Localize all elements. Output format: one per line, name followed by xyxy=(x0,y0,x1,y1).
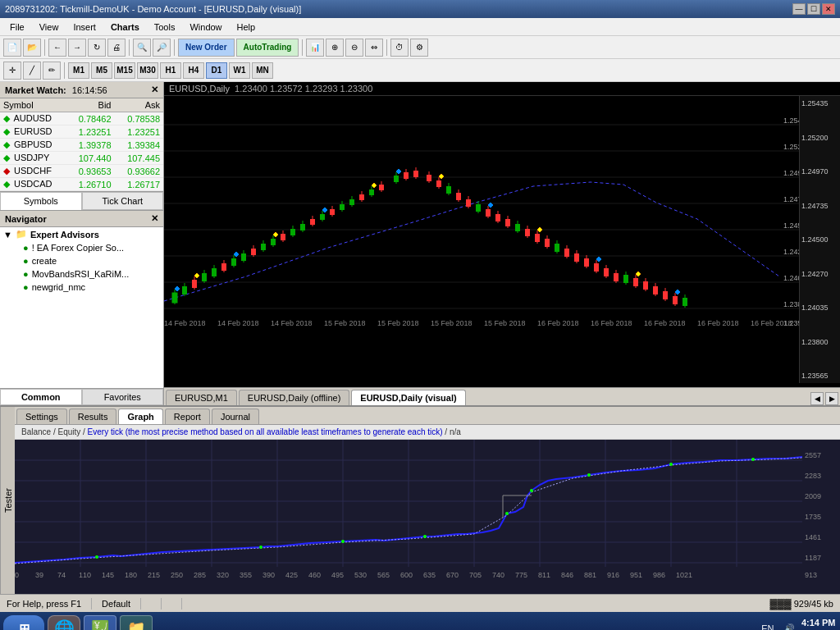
chart-prev-btn[interactable]: ◀ xyxy=(810,392,824,405)
market-watch-close[interactable]: ✕ xyxy=(151,84,158,95)
market-watch-row[interactable]: ◆ USDCHF 0.93653 0.93662 xyxy=(0,165,163,178)
new-order-label: New Order xyxy=(185,43,227,52)
svg-text:16 Feb 2018: 16 Feb 2018 xyxy=(644,319,686,327)
tester-outer: Tester Settings Results Graph Report Jou… xyxy=(0,405,840,594)
nav-item-label-2: create xyxy=(32,256,57,266)
chart-tab-daily-visual[interactable]: EURUSD,Daily (visual) xyxy=(351,390,465,405)
close-button[interactable]: ✕ xyxy=(822,3,835,15)
maximize-button[interactable]: ☐ xyxy=(807,3,820,15)
tf-d1[interactable]: D1 xyxy=(206,62,227,79)
crosshair-btn[interactable]: ✛ xyxy=(3,62,21,80)
menu-tools[interactable]: Tools xyxy=(148,21,182,34)
refresh-btn[interactable]: ↻ xyxy=(88,39,106,57)
menu-view[interactable]: View xyxy=(33,21,66,34)
chart-type-btn[interactable]: 📊 xyxy=(306,39,324,57)
tf-w1[interactable]: W1 xyxy=(229,62,250,79)
svg-text:15 Feb 2018: 15 Feb 2018 xyxy=(484,319,526,327)
nav-group-ea[interactable]: ▼ 📁 Expert Advisors xyxy=(0,227,163,241)
tf-m1[interactable]: M1 xyxy=(68,62,89,79)
tester-tab-journal[interactable]: Journal xyxy=(212,409,259,424)
symbol-name: USDJPY xyxy=(14,153,49,162)
svg-text:14 Feb 2018: 14 Feb 2018 xyxy=(217,319,259,327)
new-btn[interactable]: 📄 xyxy=(3,39,21,57)
zoom-btn2[interactable]: ⊕ xyxy=(326,39,344,57)
menubar: File View Insert Charts Tools Window Hel… xyxy=(0,18,840,36)
nav-tab-favorites[interactable]: Favorites xyxy=(82,389,164,405)
menu-help[interactable]: Help xyxy=(231,21,262,34)
chart-next-btn[interactable]: ▶ xyxy=(825,392,838,405)
menu-charts[interactable]: Charts xyxy=(104,21,146,34)
market-watch-row[interactable]: ◆ AUDUSD 0.78462 0.78538 xyxy=(0,112,163,126)
settings-btn[interactable]: ⚙ xyxy=(410,39,428,57)
tf-mn[interactable]: MN xyxy=(252,62,273,79)
autotrading-btn[interactable]: AutoTrading xyxy=(236,39,299,57)
draw-btn[interactable]: ✏ xyxy=(43,62,61,80)
chart-tab-daily-offline[interactable]: EURUSD,Daily (offline) xyxy=(239,390,350,405)
taskbar-app-mt4[interactable]: 💹 xyxy=(84,615,116,630)
zoom-out-btn[interactable]: 🔎 xyxy=(153,39,171,57)
navigator-close[interactable]: ✕ xyxy=(151,213,158,224)
navigator-content: ▼ 📁 Expert Advisors ● ! EA Forex Copier … xyxy=(0,227,163,388)
nav-item-1[interactable]: ● ! EA Forex Copier So... xyxy=(0,241,163,254)
taskbar-app-folder[interactable]: 📁 xyxy=(120,615,153,630)
zoom-btn3[interactable]: ⊖ xyxy=(345,39,363,57)
market-watch-row[interactable]: ◆ USDJPY 107.440 107.445 xyxy=(0,152,163,165)
tester-tab-settings[interactable]: Settings xyxy=(16,409,67,424)
symbol-cell: ◆ EURUSD xyxy=(0,126,66,139)
tester-tab-results[interactable]: Results xyxy=(69,409,117,424)
svg-point-169 xyxy=(505,512,509,515)
nav-item-label-4: newgrid_nmc xyxy=(32,282,85,292)
svg-point-172 xyxy=(669,463,673,466)
back-btn[interactable]: ← xyxy=(48,39,66,57)
chart-tab-m1[interactable]: EURUSD,M1 xyxy=(166,390,237,405)
svg-point-170 xyxy=(530,489,533,492)
tester-tab-report[interactable]: Report xyxy=(165,409,210,424)
taskbar-right: EN 🔊 4:14 PM 2/21/2018 xyxy=(761,617,837,630)
timer-btn[interactable]: ⏱ xyxy=(390,39,409,57)
svg-text:670: 670 xyxy=(446,571,459,579)
open-btn[interactable]: 📂 xyxy=(23,39,41,57)
col-ask: Ask xyxy=(115,98,164,112)
tick-chart-btn[interactable]: Tick Chart xyxy=(82,192,164,210)
tf-m5[interactable]: M5 xyxy=(91,62,112,79)
symbols-btn[interactable]: Symbols xyxy=(0,192,82,210)
nav-tab-common[interactable]: Common xyxy=(0,389,82,405)
nav-item-3[interactable]: ● MovBandsRSI_KaRiM... xyxy=(0,267,163,281)
chart-container[interactable]: EURUSD,Daily 1.23400 1.23572 1.23293 1.2… xyxy=(164,82,840,387)
chart-canvas: 1.25435 1.25200 1.24970 1.24735 1.24500 … xyxy=(164,96,840,383)
nav-collapse-icon: ▼ xyxy=(3,230,12,240)
tf-m30[interactable]: M30 xyxy=(137,62,158,79)
nav-item-2[interactable]: ● create xyxy=(0,254,163,267)
svg-text:16 Feb 2018: 16 Feb 2018 xyxy=(697,319,739,327)
folder-icon: 📁 xyxy=(16,229,27,240)
bid-cell: 0.78462 xyxy=(66,112,115,126)
tf-h4[interactable]: H4 xyxy=(183,62,204,79)
nav-ea-label: Expert Advisors xyxy=(30,230,99,240)
taskbar-app-browser[interactable]: 🌐 xyxy=(48,615,80,630)
menu-insert[interactable]: Insert xyxy=(66,21,103,34)
tf-m15[interactable]: M15 xyxy=(114,62,135,79)
market-watch-row[interactable]: ◆ EURUSD 1.23251 1.23251 xyxy=(0,126,163,139)
mw-buttons: Symbols Tick Chart xyxy=(0,191,163,211)
market-watch-row[interactable]: ◆ USDCAD 1.26710 1.26717 xyxy=(0,178,163,191)
line-btn[interactable]: ╱ xyxy=(23,62,41,80)
tester-tab-graph[interactable]: Graph xyxy=(118,409,162,424)
svg-text:16 Feb 2018: 16 Feb 2018 xyxy=(537,319,579,327)
svg-text:811: 811 xyxy=(538,571,550,579)
market-watch-body: ◆ AUDUSD 0.78462 0.78538 ◆ EURUSD 1.2325… xyxy=(0,112,163,191)
zoom-in-btn[interactable]: 🔍 xyxy=(133,39,151,57)
start-button[interactable]: ⊞ xyxy=(3,615,44,630)
tf-h1[interactable]: H1 xyxy=(160,62,181,79)
new-order-btn[interactable]: New Order xyxy=(178,39,235,57)
forward-btn[interactable]: → xyxy=(68,39,86,57)
minimize-button[interactable]: — xyxy=(792,3,806,15)
svg-text:740: 740 xyxy=(492,571,504,579)
market-watch-row[interactable]: ◆ GBPUSD 1.39378 1.39384 xyxy=(0,139,163,152)
clock: 4:14 PM 2/21/2018 xyxy=(801,617,838,630)
menu-window[interactable]: Window xyxy=(183,21,228,34)
taskbar: ⊞ 🌐 💹 📁 EN 🔊 4:14 PM 2/21/2018 xyxy=(0,612,840,630)
nav-item-4[interactable]: ● newgrid_nmc xyxy=(0,281,163,294)
menu-file[interactable]: File xyxy=(3,21,31,34)
print-btn[interactable]: 🖨 xyxy=(107,39,126,57)
scroll-btn[interactable]: ⇔ xyxy=(365,39,383,57)
